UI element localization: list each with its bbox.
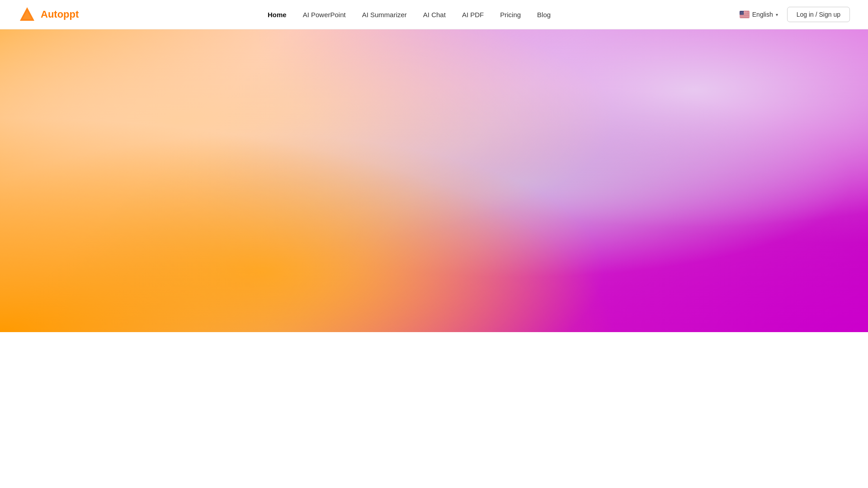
nav-link-ai-summarizer[interactable]: AI Summarizer: [362, 11, 407, 19]
logo-container[interactable]: Autoppt: [18, 5, 79, 23]
nav-link-ai-powerpoint[interactable]: AI PowerPoint: [303, 11, 346, 19]
nav-links: Home AI PowerPoint AI Summarizer AI Chat…: [268, 11, 551, 19]
navbar-right: ★ ★ ★ ★ ★ ★ ★ ★ ★ ★ ★ ★ ★ ★ ★ ★ ★ Englis…: [740, 7, 850, 22]
lower-section: [0, 332, 868, 488]
nav-link-ai-pdf[interactable]: AI PDF: [462, 11, 484, 19]
language-selector[interactable]: ★ ★ ★ ★ ★ ★ ★ ★ ★ ★ ★ ★ ★ ★ ★ ★ ★ Englis…: [740, 11, 778, 18]
flag-icon: ★ ★ ★ ★ ★ ★ ★ ★ ★ ★ ★ ★ ★ ★ ★ ★ ★: [740, 11, 750, 18]
logo-icon: [18, 5, 36, 23]
svg-rect-7: [740, 16, 750, 16]
nav-link-blog[interactable]: Blog: [537, 11, 551, 19]
language-label: English: [752, 11, 773, 18]
svg-rect-8: [740, 17, 750, 18]
hero-section: [0, 29, 868, 332]
logo-text: Autoppt: [41, 9, 79, 20]
nav-link-pricing[interactable]: Pricing: [500, 11, 521, 19]
nav-link-ai-chat[interactable]: AI Chat: [423, 11, 446, 19]
svg-rect-6: [740, 15, 750, 15]
nav-link-home[interactable]: Home: [268, 11, 287, 19]
language-chevron-icon: ▾: [776, 12, 778, 17]
login-button[interactable]: Log in / Sign up: [787, 7, 850, 22]
navbar: Autoppt Home AI PowerPoint AI Summarizer…: [0, 0, 868, 29]
